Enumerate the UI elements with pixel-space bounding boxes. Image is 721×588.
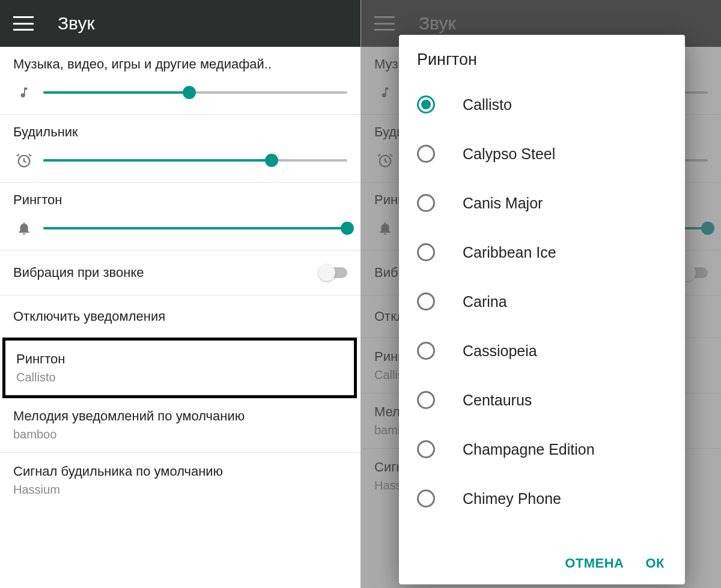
radio-icon [417, 391, 435, 409]
ringtone-option-label: Champagne Edition [463, 441, 595, 458]
settings-list: Музыка, видео, игры и другие медиафай.. … [0, 47, 360, 508]
radio-icon [417, 145, 435, 163]
ringtone-setting-item[interactable]: Рингтон Callisto [2, 338, 357, 398]
ringtone-option[interactable]: Champagne Edition [417, 425, 685, 474]
radio-icon [417, 292, 435, 311]
ringtone-picker-dialog: Рингтон CallistoCalypso SteelCanis Major… [399, 35, 685, 584]
ringtone-option[interactable]: Calypso Steel [417, 129, 685, 178]
ringtone-option-label: Chimey Phone [463, 490, 561, 508]
notification-sound-label: Мелодия уведомлений по умолчанию [13, 408, 347, 424]
mute-notifications-label: Отключить уведомления [13, 305, 347, 328]
vibrate-on-call-item[interactable]: Вибрация при звонке [0, 250, 360, 296]
notification-sound-item[interactable]: Мелодия уведомлений по умолчанию bamboo [0, 398, 360, 453]
alarm-sound-value: Hassium [13, 483, 347, 497]
app-header: Звук [0, 0, 360, 47]
ringtone-option-label: Centaurus [463, 392, 532, 409]
media-volume-label: Музыка, видео, игры и другие медиафай.. [13, 56, 347, 72]
bell-icon [13, 220, 35, 236]
music-note-icon [13, 85, 35, 100]
dialog-actions: ОТМЕНА ОК [399, 542, 685, 584]
cancel-button[interactable]: ОТМЕНА [565, 556, 624, 571]
vibrate-on-call-label: Вибрация при звонке [13, 265, 144, 280]
dialog-title: Рингтон [399, 35, 685, 80]
notification-sound-value: bamboo [13, 428, 347, 441]
radio-icon [417, 440, 435, 458]
ringtone-option[interactable]: Callisto [417, 80, 685, 129]
ringtone-option[interactable]: Cassiopeia [417, 326, 685, 375]
media-volume-slider[interactable] [43, 91, 347, 94]
ringtone-option-label: Calypso Steel [463, 145, 555, 163]
radio-icon [417, 342, 435, 360]
ringtone-option-label: Callisto [463, 96, 512, 114]
alarm-sound-item[interactable]: Сигнал будильника по умолчанию Hassium [0, 453, 360, 508]
ringtone-option[interactable]: Chimey Phone [417, 474, 685, 523]
media-volume-item: Музыка, видео, игры и другие медиафай.. [0, 47, 360, 115]
ringtone-option[interactable]: Canis Major [417, 178, 685, 228]
radio-icon [417, 243, 435, 261]
menu-icon[interactable] [13, 16, 34, 31]
ringtone-setting-label: Рингтон [16, 351, 343, 367]
alarm-volume-label: Будильник [13, 124, 347, 140]
ringtone-option[interactable]: Centaurus [417, 375, 685, 425]
ringtone-setting-value: Callisto [16, 371, 343, 384]
settings-pane-left: Звук Музыка, видео, игры и другие медиаф… [0, 0, 360, 588]
radio-icon [417, 194, 435, 212]
radio-icon [417, 489, 435, 508]
alarm-volume-slider[interactable] [43, 159, 347, 162]
radio-icon [417, 95, 435, 114]
alarm-volume-item: Будильник [0, 115, 360, 183]
alarm-sound-label: Сигнал будильника по умолчанию [13, 464, 347, 479]
ringtone-option-label: Caribbean Ice [463, 244, 556, 261]
alarm-clock-icon [13, 152, 35, 169]
ringtone-options-list: CallistoCalypso SteelCanis MajorCaribbea… [399, 80, 685, 542]
ok-button[interactable]: ОК [645, 556, 665, 571]
ringtone-option[interactable]: Carina [417, 277, 685, 326]
vibrate-switch[interactable] [318, 267, 347, 278]
settings-pane-right: Звук Музыка, видео, игры и другие медиаф… [360, 0, 721, 588]
ringtone-volume-slider[interactable] [43, 227, 347, 229]
mute-notifications-item[interactable]: Отключить уведомления [0, 296, 360, 338]
ringtone-option-label: Cassiopeia [463, 342, 537, 360]
ringtone-option-label: Carina [463, 293, 507, 311]
ringtone-volume-item: Рингтон [0, 183, 360, 250]
ringtone-option-label: Canis Major [463, 195, 543, 212]
page-title: Звук [58, 13, 95, 34]
ringtone-option[interactable]: Caribbean Ice [417, 228, 685, 277]
ringtone-volume-label: Рингтон [13, 192, 347, 208]
